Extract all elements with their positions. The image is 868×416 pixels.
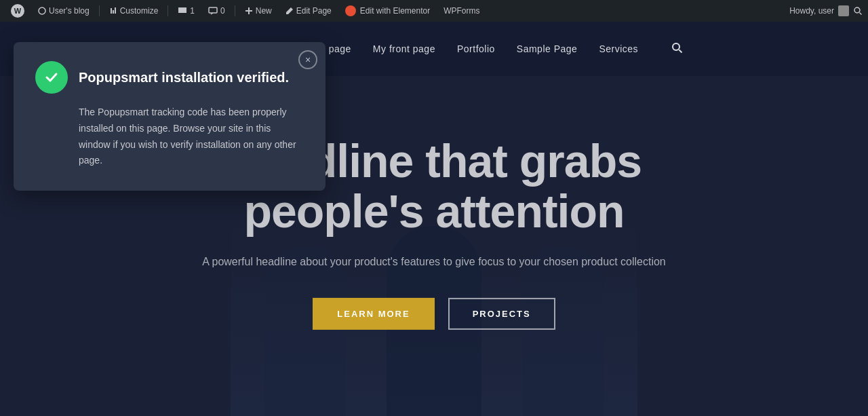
elementor-label: Edit with Elementor: [360, 6, 430, 16]
howdy-label: Howdy, user: [789, 6, 834, 16]
svg-point-2: [854, 7, 860, 13]
divider: [167, 5, 168, 16]
blog-icon: [38, 7, 46, 15]
popup-header: Popupsmart installation verified.: [35, 61, 304, 94]
edit-icon: [285, 7, 294, 15]
nav-link-my-front-page[interactable]: My front page: [373, 43, 435, 54]
hero-subheadline: A powerful headline about your product's…: [163, 253, 705, 271]
admin-bar-left: W User's blog Customize 1 0 New Edit Pag…: [5, 0, 789, 22]
comments-count: 1: [190, 6, 195, 16]
popup-check-icon: [35, 61, 68, 94]
admin-bar-comments[interactable]: 1: [172, 0, 200, 22]
comment-count: 0: [220, 6, 225, 16]
learn-more-button[interactable]: LEARN MORE: [313, 298, 434, 330]
nav-link-sample-page[interactable]: Sample Page: [517, 43, 578, 54]
admin-bar: W User's blog Customize 1 0 New Edit Pag…: [0, 0, 868, 22]
divider: [99, 5, 100, 16]
admin-bar-wp-logo[interactable]: W: [5, 0, 30, 22]
plus-icon: [245, 7, 253, 15]
user-avatar[interactable]: [838, 5, 849, 16]
admin-bar-right: Howdy, user: [789, 5, 863, 16]
elementor-icon: [345, 5, 356, 16]
popup-title: Popupsmart installation verified.: [79, 69, 289, 86]
admin-bar-new[interactable]: New: [239, 0, 277, 22]
svg-point-0: [39, 7, 45, 14]
admin-bar-user-blog[interactable]: User's blog: [33, 0, 95, 22]
wordpress-logo-icon: W: [11, 4, 24, 18]
admin-bar-wpforms[interactable]: WPForms: [438, 0, 485, 22]
customize-label: Customize: [120, 6, 159, 16]
admin-bar-customize[interactable]: Customize: [104, 0, 164, 22]
admin-bar-elementor[interactable]: Edit with Elementor: [340, 0, 435, 22]
popup-notification: × Popupsmart installation verified. The …: [14, 42, 326, 191]
edit-page-label: Edit Page: [296, 6, 332, 16]
new-label: New: [256, 6, 272, 16]
svg-rect-1: [209, 7, 217, 13]
bubble-icon: [208, 7, 218, 15]
wpforms-label: WPForms: [443, 6, 479, 16]
nav-link-services[interactable]: Services: [599, 43, 638, 54]
page-wrapper: About Contact My blog page My front page…: [0, 22, 868, 416]
admin-bar-edit-page[interactable]: Edit Page: [280, 0, 337, 22]
projects-button[interactable]: PROJECTS: [448, 298, 555, 330]
comment-icon: [178, 7, 187, 15]
search-admin-icon[interactable]: [853, 6, 863, 16]
hero-buttons: LEARN MORE PROJECTS: [163, 298, 705, 330]
admin-bar-new-comment[interactable]: 0: [203, 0, 231, 22]
customize-icon: [109, 7, 117, 15]
svg-point-3: [673, 43, 679, 50]
divider: [235, 5, 235, 16]
nav-link-portfolio[interactable]: Portfolio: [457, 43, 495, 54]
nav-search-icon[interactable]: [671, 41, 683, 56]
user-blog-label: User's blog: [49, 6, 90, 16]
popup-body: The Popupsmart tracking code has been pr…: [79, 105, 304, 169]
popup-close-button[interactable]: ×: [298, 50, 317, 69]
